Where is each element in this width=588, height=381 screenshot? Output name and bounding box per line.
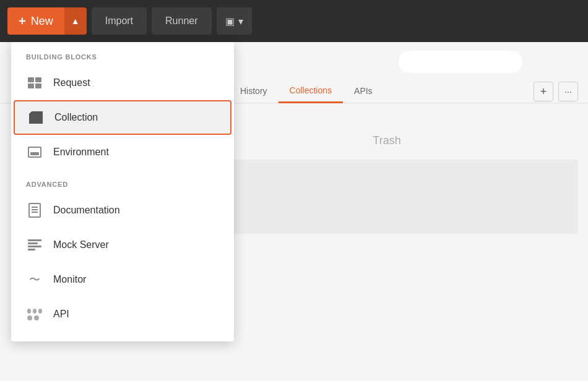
dropdown-item-mock-server[interactable]: Mock Server: [11, 228, 234, 262]
environment-icon: [26, 143, 43, 161]
advanced-section-label: ADVANCED: [11, 169, 234, 193]
dropdown-item-collection[interactable]: Collection: [14, 100, 231, 135]
tab-actions: + ···: [534, 82, 578, 101]
empty-state-area: [229, 160, 578, 234]
dropdown-item-monitor[interactable]: 〜 Monitor: [11, 262, 234, 297]
tab-apis[interactable]: APIs: [343, 80, 384, 102]
environment-label: Environment: [53, 147, 109, 158]
request-icon: [26, 74, 43, 92]
building-blocks-section-label: BUILDING BLOCKS: [11, 42, 234, 66]
api-icon: [26, 306, 43, 323]
workspace-icon: ▣: [225, 15, 235, 27]
documentation-label: Documentation: [53, 205, 120, 216]
dropdown-item-documentation[interactable]: Documentation: [11, 193, 234, 228]
toolbar: + New ▲ Import Runner ▣ ▾: [0, 0, 588, 42]
collection-label: Collection: [54, 112, 98, 123]
dropdown-item-api[interactable]: API: [11, 297, 234, 332]
chevron-down-icon: ▾: [238, 15, 243, 27]
monitor-icon: 〜: [26, 271, 43, 288]
tab-history[interactable]: History: [229, 80, 279, 102]
add-tab-button[interactable]: +: [534, 82, 553, 101]
new-label: New: [31, 15, 53, 28]
tab-collections[interactable]: Collections: [279, 79, 343, 103]
plus-icon: +: [540, 85, 547, 98]
new-main-button[interactable]: + New: [7, 7, 64, 35]
runner-button[interactable]: Runner: [152, 7, 211, 35]
more-options-button[interactable]: ···: [558, 82, 578, 101]
ellipsis-icon: ···: [564, 87, 572, 96]
new-dropdown-menu: BUILDING BLOCKS Request Collection Envir…: [11, 42, 234, 341]
import-button[interactable]: Import: [92, 7, 147, 35]
dropdown-item-environment[interactable]: Environment: [11, 135, 234, 169]
dropdown-item-request[interactable]: Request: [11, 66, 234, 100]
documentation-icon: [26, 202, 43, 219]
new-button-group: + New ▲: [7, 7, 87, 35]
workspace-button[interactable]: ▣ ▾: [217, 7, 252, 35]
plus-icon: +: [19, 14, 26, 28]
collection-icon: [27, 109, 45, 126]
new-dropdown-arrow-button[interactable]: ▲: [64, 7, 87, 35]
api-label: API: [53, 309, 69, 320]
arrow-up-icon: ▲: [71, 16, 80, 26]
mock-server-label: Mock Server: [53, 239, 109, 250]
mock-server-icon: [26, 236, 43, 254]
search-box[interactable]: [399, 51, 522, 73]
request-label: Request: [53, 77, 90, 88]
trash-label: Trash: [373, 134, 400, 147]
monitor-label: Monitor: [53, 274, 86, 285]
